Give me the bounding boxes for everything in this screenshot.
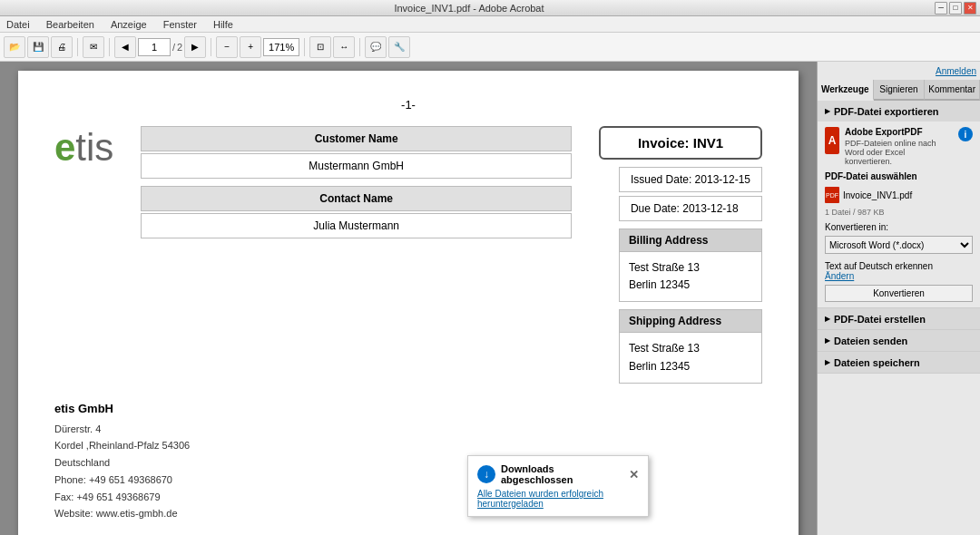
save-button[interactable]: 💾 bbox=[27, 36, 49, 58]
menu-anzeige[interactable]: Anzeige bbox=[108, 19, 150, 30]
next-page-button[interactable]: ▶ bbox=[184, 36, 206, 58]
comment-button[interactable]: 💬 bbox=[365, 36, 387, 58]
chevron-down-icon: ▸ bbox=[825, 105, 830, 117]
export-section-header[interactable]: ▸ PDF-Datei exportieren bbox=[818, 101, 980, 122]
fit-page-button[interactable]: ⊡ bbox=[309, 36, 331, 58]
customer-section: Customer Name Mustermann GmbH Contact Na… bbox=[141, 126, 572, 246]
separator-2 bbox=[109, 38, 110, 56]
billing-line1: Test Straße 13 bbox=[629, 259, 752, 277]
file-name: Invoice_INV1.pdf bbox=[843, 190, 912, 200]
customer-name-header: Customer Name bbox=[141, 126, 572, 151]
page-number-input[interactable] bbox=[138, 38, 171, 56]
window-controls: ─ □ ✕ bbox=[935, 2, 976, 15]
fit-width-button[interactable]: ↔ bbox=[333, 36, 355, 58]
menu-hilfe[interactable]: Hilfe bbox=[211, 19, 236, 30]
create-label: PDF-Datei erstellen bbox=[834, 314, 926, 325]
pdf-file-item: PDF Invoice_INV1.pdf bbox=[825, 184, 973, 206]
create-section-header[interactable]: ▸ PDF-Datei erstellen bbox=[818, 308, 980, 329]
info-icon[interactable]: i bbox=[958, 127, 973, 141]
export-label: PDF-Datei exportieren bbox=[834, 106, 939, 117]
toast-close-button[interactable]: ✕ bbox=[629, 468, 639, 482]
tab-signieren[interactable]: Signieren bbox=[874, 80, 926, 101]
create-section: ▸ PDF-Datei erstellen bbox=[818, 308, 980, 330]
contact-name-header: Contact Name bbox=[141, 186, 572, 211]
contact-name-value: Julia Mustermann bbox=[141, 213, 572, 238]
minimize-button[interactable]: ─ bbox=[935, 2, 947, 15]
chevron-right-icon-3: ▸ bbox=[825, 356, 830, 368]
menu-datei[interactable]: Datei bbox=[4, 19, 33, 30]
main-layout: -1- etis Customer Name Mustermann GmbH C… bbox=[0, 62, 980, 535]
issued-date: Issued Date: 2013-12-15 bbox=[619, 167, 762, 192]
separator-1 bbox=[77, 38, 78, 56]
toast-title: Downloads abgeschlossen bbox=[501, 463, 629, 485]
zoom-control bbox=[263, 38, 299, 56]
invoice-header: etis Customer Name Mustermann GmbH Conta… bbox=[54, 126, 762, 384]
menu-fenster[interactable]: Fenster bbox=[161, 19, 200, 30]
billing-address-section: Billing Address Test Straße 13 Berlin 12… bbox=[619, 229, 762, 302]
anmelden-link[interactable]: Anmelden bbox=[936, 66, 976, 76]
tab-kommentar[interactable]: Kommentar bbox=[925, 80, 980, 101]
customer-name-value: Mustermann GmbH bbox=[141, 153, 572, 179]
company-country: Deutschland bbox=[54, 454, 254, 472]
send-label: Dateien senden bbox=[834, 336, 907, 346]
company-phone: Phone: +49 651 49368670 bbox=[54, 472, 254, 489]
save-section: ▸ Dateien speichern bbox=[818, 352, 980, 374]
logo-tis: tis bbox=[75, 126, 113, 170]
adobe-desc: PDF-Dateien online nach Word oder Excel … bbox=[845, 139, 953, 166]
date-section: Issued Date: 2013-12-15 Due Date: 2013-1… bbox=[619, 167, 762, 384]
email-button[interactable]: ✉ bbox=[83, 36, 104, 58]
zoom-out-button[interactable]: − bbox=[216, 36, 238, 58]
separator-3 bbox=[211, 38, 211, 56]
page-total: 2 bbox=[177, 42, 182, 53]
print-button[interactable]: 🖨 bbox=[51, 36, 73, 58]
chevron-right-icon-2: ▸ bbox=[825, 335, 830, 346]
panel-tabs: Werkzeuge Signieren Kommentar bbox=[818, 80, 980, 101]
export-section-content: A Adobe ExportPDF PDF-Dateien online nac… bbox=[818, 122, 980, 307]
save-label: Dateien speichern bbox=[834, 357, 920, 368]
shipping-address-header: Shipping Address bbox=[619, 309, 762, 333]
zoom-input[interactable] bbox=[263, 38, 299, 56]
company-street: Dürerstr. 4 bbox=[54, 421, 254, 438]
adobe-label: Adobe ExportPDF bbox=[845, 127, 953, 137]
page-number-label: -1- bbox=[54, 98, 762, 112]
invoice-id-box: Invoice: INV1 bbox=[599, 126, 762, 160]
konvert-button[interactable]: Konvertieren bbox=[825, 285, 973, 302]
close-button[interactable]: ✕ bbox=[964, 2, 976, 15]
send-section-header[interactable]: ▸ Dateien senden bbox=[818, 330, 980, 351]
maximize-button[interactable]: □ bbox=[949, 2, 962, 15]
open-button[interactable]: 📂 bbox=[4, 36, 25, 58]
company-info: etis GmbH Dürerstr. 4 Kordel ,Rheinland-… bbox=[54, 402, 254, 522]
shipping-address-section: Shipping Address Test Straße 13 Berlin 1… bbox=[619, 309, 762, 383]
download-toast: ↓ Downloads abgeschlossen ✕ Alle Dateien… bbox=[467, 455, 649, 517]
pdf-page: -1- etis Customer Name Mustermann GmbH C… bbox=[18, 71, 799, 535]
due-date: Due Date: 2013-12-18 bbox=[619, 196, 762, 221]
tab-werkzeuge[interactable]: Werkzeuge bbox=[818, 80, 874, 101]
billing-line2: Berlin 12345 bbox=[629, 277, 752, 294]
konvertieren-label: Konvertieren in: bbox=[825, 222, 973, 232]
detect-label: Text auf Deutsch erkennen bbox=[825, 261, 933, 271]
menu-bearbeiten[interactable]: Bearbeiten bbox=[44, 19, 97, 30]
menu-bar: Datei Bearbeiten Anzeige Fenster Hilfe bbox=[0, 16, 980, 33]
save-section-header[interactable]: ▸ Dateien speichern bbox=[818, 352, 980, 373]
detect-link[interactable]: Ändern bbox=[825, 271, 854, 281]
chevron-right-icon: ▸ bbox=[825, 313, 830, 325]
window-title: Invoice_INV1.pdf - Adobe Acrobat bbox=[4, 3, 935, 14]
tools-button[interactable]: 🔧 bbox=[388, 36, 410, 58]
logo-area: etis bbox=[54, 126, 113, 170]
company-website: Website: www.etis-gmbh.de bbox=[54, 505, 254, 522]
toast-link[interactable]: Alle Dateien wurden erfolgreich herunter… bbox=[477, 489, 639, 509]
right-panel: Anmelden Werkzeuge Signieren Kommentar ▸… bbox=[817, 62, 980, 535]
company-name: etis GmbH bbox=[54, 402, 254, 415]
billing-address-header: Billing Address bbox=[619, 229, 762, 252]
send-section: ▸ Dateien senden bbox=[818, 330, 980, 352]
pdf-file-icon: PDF bbox=[825, 187, 839, 203]
konvert-select[interactable]: Microsoft Word (*.docx) bbox=[825, 236, 973, 254]
pdf-area: -1- etis Customer Name Mustermann GmbH C… bbox=[0, 62, 817, 535]
body-columns: etis GmbH Dürerstr. 4 Kordel ,Rheinland-… bbox=[54, 402, 762, 522]
export-section: ▸ PDF-Datei exportieren A Adobe ExportPD… bbox=[818, 101, 980, 308]
prev-page-button[interactable]: ◀ bbox=[114, 36, 136, 58]
right-header: Invoice: INV1 Issued Date: 2013-12-15 Du… bbox=[599, 126, 762, 384]
shipping-line1: Test Straße 13 bbox=[629, 340, 752, 357]
zoom-in-button[interactable]: + bbox=[240, 36, 261, 58]
company-fax: Fax: +49 651 49368679 bbox=[54, 489, 254, 506]
